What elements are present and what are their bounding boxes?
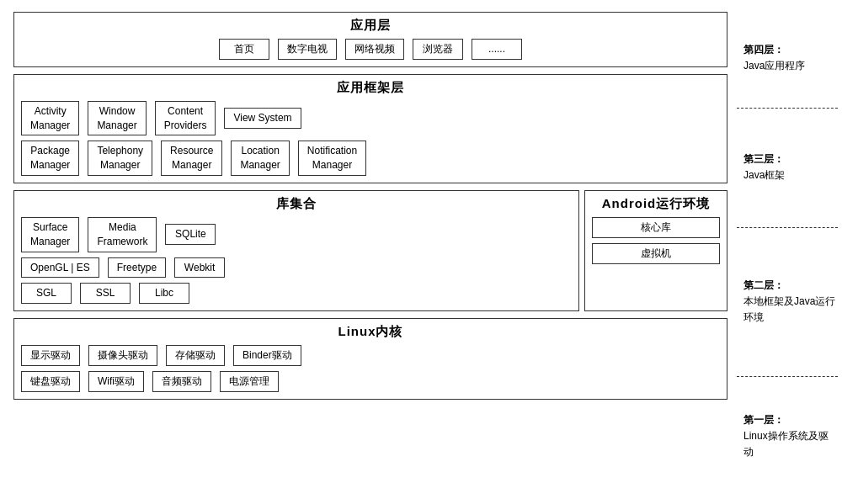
linux-display-driver: 显示驱动: [21, 345, 80, 366]
framework-telephony-manager: TelephonyManager: [88, 141, 152, 176]
linux-audio-driver: 音频驱动: [152, 371, 211, 392]
lib-webkit: Webkit: [174, 257, 225, 279]
framework-layer-title: 应用框架层: [21, 80, 720, 96]
lib-row-2: OpenGL | ES Freetype Webkit: [21, 257, 572, 279]
right-label-layer3: 第三层： Java框架: [737, 109, 838, 228]
linux-power-management: 电源管理: [220, 371, 279, 392]
lib-row-1: SurfaceManager MediaFramework SQLite: [21, 217, 572, 252]
linux-keyboard-driver: 键盘驱动: [21, 371, 80, 392]
lib-opengl: OpenGL | ES: [21, 257, 99, 279]
linux-row2: 键盘驱动 Wifi驱动 音频驱动 电源管理: [21, 371, 720, 392]
app-item-home: 首页: [219, 39, 269, 60]
framework-resource-manager: ResourceManager: [161, 141, 222, 176]
framework-content-providers: ContentProviders: [155, 101, 216, 136]
linux-wifi-driver: Wifi驱动: [88, 371, 144, 392]
layer2-num: 第二层：: [743, 278, 784, 294]
lib-rows: SurfaceManager MediaFramework SQLite Ope…: [21, 217, 572, 304]
layer4-desc: Java应用程序: [743, 58, 805, 74]
framework-view-system: View System: [224, 108, 301, 129]
framework-package-manager: PackageManager: [21, 141, 79, 176]
layer3-num: 第三层：: [743, 151, 784, 167]
app-item-more: ......: [472, 39, 522, 60]
layer1-desc: Linux操作系统及驱动: [743, 428, 838, 460]
framework-row2: PackageManager TelephonyManager Resource…: [21, 141, 720, 176]
libraries-title: 库集合: [21, 196, 572, 212]
android-runtime-items: 核心库 虚拟机: [592, 217, 720, 264]
layer4-num: 第四层：: [743, 42, 784, 58]
app-item-tv: 数字电视: [278, 39, 337, 60]
lib-freetype: Freetype: [108, 257, 166, 279]
framework-location-manager: LocationManager: [231, 141, 289, 176]
app-items-row: 首页 数字电视 网络视频 浏览器 ......: [21, 39, 720, 60]
lib-surface-manager: SurfaceManager: [21, 217, 79, 252]
libraries-layer: 库集合 SurfaceManager MediaFramework SQLite…: [13, 190, 579, 311]
layer3-desc: Java框架: [743, 167, 785, 183]
lib-ssl: SSL: [80, 283, 131, 304]
android-runtime-layer: Android运行环境 核心库 虚拟机: [584, 190, 727, 311]
app-layer-title: 应用层: [21, 18, 720, 34]
framework-window-manager: WindowManager: [88, 101, 146, 136]
lib-libc: Libc: [139, 283, 189, 304]
right-label-layer4: 第四层： Java应用程序: [737, 8, 838, 109]
app-item-video: 网络视频: [345, 39, 404, 60]
app-item-browser: 浏览器: [413, 39, 463, 60]
framework-activity-manager: ActivityManager: [21, 101, 79, 136]
linux-camera-driver: 摄像头驱动: [88, 345, 157, 366]
android-runtime-title: Android运行环境: [592, 196, 720, 212]
lib-media-framework: MediaFramework: [88, 217, 157, 252]
diagram: 应用层 首页 数字电视 网络视频 浏览器 ...... 应用框架层 Activi…: [0, 0, 733, 504]
right-labels: 第四层： Java应用程序 第三层： Java框架 第二层： 本地框架及Java…: [733, 0, 842, 504]
layer1-num: 第一层：: [743, 412, 784, 428]
linux-storage-driver: 存储驱动: [166, 345, 225, 366]
right-label-layer1: 第一层： Linux操作系统及驱动: [737, 377, 838, 496]
android-core-lib: 核心库: [592, 217, 720, 238]
framework-layer: 应用框架层 ActivityManager WindowManager Cont…: [13, 74, 727, 183]
app-layer: 应用层 首页 数字电视 网络视频 浏览器 ......: [13, 12, 727, 67]
lib-sqlite: SQLite: [165, 224, 216, 245]
middle-row: 库集合 SurfaceManager MediaFramework SQLite…: [8, 187, 733, 315]
framework-notification-manager: NotificationManager: [298, 141, 366, 176]
linux-row1: 显示驱动 摄像头驱动 存储驱动 Binder驱动: [21, 345, 720, 366]
layer2-desc: 本地框架及Java运行环境: [743, 294, 838, 326]
linux-layer-title: Linux内核: [21, 324, 720, 340]
android-virtual-machine: 虚拟机: [592, 243, 720, 264]
lib-row-3: SGL SSL Libc: [21, 283, 572, 304]
right-label-layer2: 第二层： 本地框架及Java运行环境: [737, 228, 838, 377]
linux-binder-driver: Binder驱动: [233, 345, 301, 366]
lib-sgl: SGL: [21, 283, 72, 304]
framework-row1: ActivityManager WindowManager ContentPro…: [21, 101, 720, 136]
linux-layer: Linux内核 显示驱动 摄像头驱动 存储驱动 Binder驱动 键盘驱动 Wi…: [13, 318, 727, 400]
